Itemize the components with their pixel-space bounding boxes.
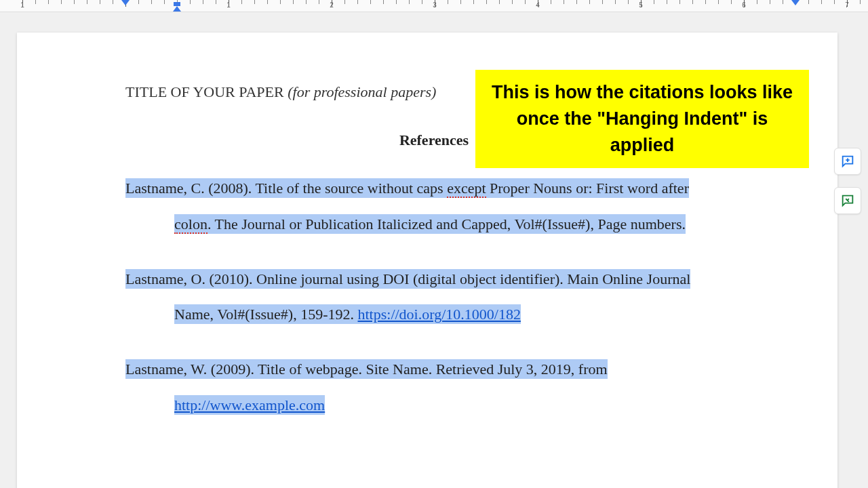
ruler-number: 5 [639,1,643,9]
citation-line1: Lastname, O. (2010). Online journal usin… [125,269,690,289]
left-indent-marker[interactable] [173,6,181,12]
spelling-error: colon [174,216,208,234]
citation-link[interactable]: http://www.example.com [174,396,325,413]
document-page[interactable]: TITLE OF YOUR PAPER (for professional pa… [17,33,837,488]
citation-line2: http://www.example.com [174,395,325,415]
horizontal-ruler[interactable]: 12345671 [0,0,868,12]
suggest-edits-button[interactable] [834,187,861,214]
citation-entry[interactable]: Lastname, C. (2008). Title of the source… [125,171,743,243]
ruler-number: 6 [742,1,746,9]
citation-entry[interactable]: Lastname, W. (2009). Title of webpage. S… [125,352,743,424]
title-suffix-italic: (for professional papers) [288,83,436,100]
first-line-indent-marker[interactable] [121,0,130,5]
add-comment-icon [840,154,855,169]
ruler-number: 7 [845,1,849,9]
ruler-number: 4 [536,1,540,9]
ruler-number: 1 [20,1,24,9]
spelling-error: except [447,180,486,198]
add-comment-button[interactable] [834,148,861,175]
ruler-number: 1 [226,1,231,9]
suggest-edits-icon [840,193,855,208]
instruction-callout: This is how the citations looks like onc… [475,70,809,168]
citation-line1: Lastname, W. (2009). Title of webpage. S… [125,359,608,379]
side-toolbar [834,148,861,214]
ruler-number: 2 [330,1,334,9]
ruler-number: 3 [433,1,437,9]
citation-entry[interactable]: Lastname, O. (2010). Online journal usin… [125,262,743,333]
page-container: TITLE OF YOUR PAPER (for professional pa… [0,12,868,488]
citation-line2: colon. The Journal or Publication Italic… [174,214,686,234]
citation-line1: Lastname, C. (2008). Title of the source… [125,178,689,198]
title-prefix: TITLE OF YOUR PAPER [125,83,288,100]
citation-link[interactable]: https://doi.org/10.1000/182 [358,306,521,323]
right-indent-marker[interactable] [791,0,800,5]
citation-line2: Name, Vol#(Issue#), 159-192. https://doi… [174,304,521,324]
